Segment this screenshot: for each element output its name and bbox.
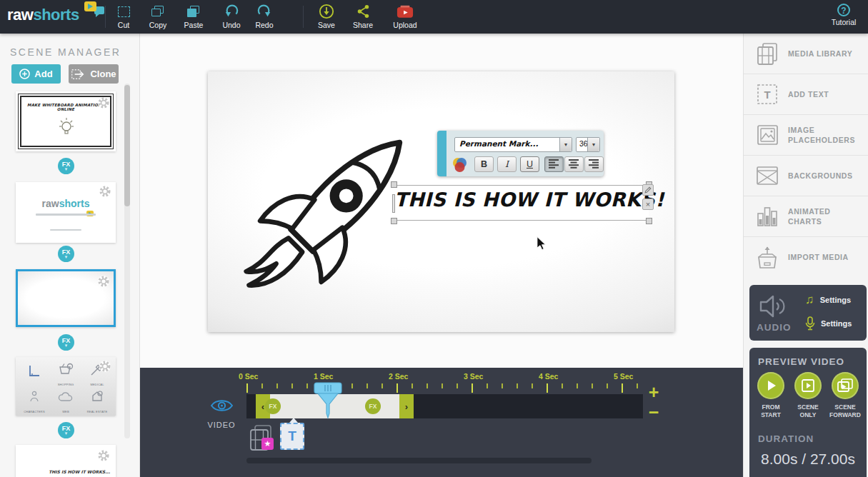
canvas-text-element[interactable]: This is how it works! × bbox=[394, 185, 649, 221]
text-asset-icon-selected[interactable]: T bbox=[280, 423, 304, 450]
scene4-characters-label: CHARACTERS bbox=[19, 410, 50, 413]
backgrounds-label: BACKGROUNDS bbox=[788, 171, 857, 181]
canvas-workspace: Permanent Mark... ▾ 36 ▾ B I U bbox=[140, 34, 743, 368]
video-track-label: VIDEO bbox=[203, 421, 240, 429]
font-family-select[interactable]: Permanent Mark... ▾ bbox=[454, 137, 572, 152]
scene-settings-gear-icon[interactable] bbox=[97, 96, 110, 109]
scene-settings-gear-icon[interactable] bbox=[99, 185, 111, 198]
scene-manager-panel: SCENE MANAGER Add Clone MAKE WHITEBOARD … bbox=[0, 34, 140, 477]
media-library-icon bbox=[755, 41, 779, 66]
play-from-start-button[interactable] bbox=[757, 372, 784, 399]
resize-handle-bottom-left[interactable] bbox=[391, 218, 397, 224]
timeline-zoom-in-button[interactable]: + bbox=[644, 383, 663, 402]
ruler-major-ticks bbox=[246, 383, 648, 393]
play-scene-only-button[interactable] bbox=[794, 372, 822, 399]
scene2-fx-badge[interactable]: FX▼ bbox=[58, 246, 74, 262]
track-fx-in-badge[interactable]: FX bbox=[265, 398, 281, 414]
import-media-icon bbox=[755, 246, 779, 270]
align-center-icon bbox=[569, 159, 579, 169]
clone-scene-button[interactable]: Clone bbox=[69, 64, 119, 84]
caret-down-icon: ▼ bbox=[58, 344, 74, 348]
align-left-button[interactable] bbox=[544, 156, 564, 172]
share-icon bbox=[345, 4, 381, 19]
track-fx-out-badge[interactable]: FX bbox=[365, 398, 381, 414]
scene-thumbnail-1[interactable]: MAKE WHITEBOARD ANIMATIONS ONLINE bbox=[16, 91, 116, 151]
align-center-button[interactable] bbox=[564, 156, 584, 172]
edit-text-button[interactable] bbox=[642, 184, 654, 196]
align-right-button[interactable] bbox=[584, 156, 604, 172]
resize-handle-bottom-right[interactable] bbox=[646, 218, 652, 224]
upload-button[interactable]: Upload bbox=[387, 4, 423, 29]
backgrounds-icon bbox=[755, 165, 779, 186]
copy-label: Copy bbox=[140, 21, 176, 29]
image-placeholders-button[interactable]: IMAGE PLACEHOLDERS bbox=[744, 115, 868, 156]
play-forward-icon bbox=[837, 378, 853, 393]
add-scene-button[interactable]: Add bbox=[11, 64, 61, 84]
font-size-value: 36 bbox=[577, 138, 587, 151]
save-icon bbox=[309, 4, 344, 19]
left-side-grip[interactable] bbox=[392, 194, 395, 213]
app-logo[interactable]: rawshorts bbox=[7, 6, 79, 24]
scene-thumbnail-5[interactable]: THIS IS HOW IT WORKS... bbox=[16, 445, 116, 477]
star-icon: ★ bbox=[264, 439, 271, 448]
save-button[interactable]: Save bbox=[309, 4, 344, 29]
align-left-icon bbox=[549, 159, 559, 169]
play-scene-forward-button[interactable] bbox=[832, 372, 859, 399]
scene-manager-title: SCENE MANAGER bbox=[10, 46, 121, 58]
canvas-text-content[interactable]: This is how it works! bbox=[394, 189, 649, 211]
delete-text-button[interactable]: × bbox=[642, 199, 654, 210]
tick-label-1s: 1 Sec bbox=[314, 372, 333, 381]
scene-track[interactable]: ‹ › FX FX bbox=[246, 394, 643, 418]
plus-circle-icon bbox=[19, 69, 30, 79]
media-library-button[interactable]: MEDIA LIBRARY bbox=[744, 34, 868, 74]
scene4-fx-badge[interactable]: FX▼ bbox=[58, 422, 74, 438]
dropdown-arrow-icon[interactable]: ▾ bbox=[587, 138, 599, 151]
undo-button[interactable]: Undo bbox=[214, 4, 249, 29]
scene-settings-gear-icon[interactable] bbox=[97, 275, 110, 288]
character-icon bbox=[29, 391, 39, 403]
redo-button[interactable]: Redo bbox=[246, 4, 282, 29]
timeline-horizontal-scrollbar[interactable] bbox=[246, 458, 592, 463]
playhead[interactable] bbox=[314, 382, 342, 419]
text-color-picker-icon[interactable] bbox=[452, 157, 468, 173]
add-text-label: ADD TEXT bbox=[788, 89, 857, 99]
scene-thumbnail-3-selected[interactable] bbox=[16, 269, 116, 327]
share-button[interactable]: Share bbox=[345, 4, 381, 29]
backgrounds-button[interactable]: BACKGROUNDS bbox=[744, 156, 868, 196]
scene-thumbnail-2[interactable]: rawshorts bbox=[16, 182, 116, 243]
cut-button[interactable]: Cut bbox=[106, 4, 141, 29]
voice-settings-button[interactable]: Settings bbox=[805, 316, 852, 331]
add-text-button[interactable]: T ADD TEXT bbox=[744, 74, 868, 115]
scene-settings-gear-icon[interactable] bbox=[97, 449, 110, 462]
bold-button[interactable]: B bbox=[474, 156, 494, 172]
import-media-label: IMPORT MEDIA bbox=[788, 252, 857, 262]
scene1-fx-badge[interactable]: FX▼ bbox=[58, 158, 74, 174]
copy-button[interactable]: Copy bbox=[140, 4, 176, 29]
tutorial-button[interactable]: ? Tutorial bbox=[825, 4, 862, 26]
from-start-label: FROM START bbox=[752, 403, 789, 420]
scene3-fx-badge[interactable]: FX▼ bbox=[58, 334, 74, 351]
timeline-panel: 0 Sec 1 Sec 2 Sec 3 Sec 4 Sec 5 Sec ‹ › … bbox=[140, 368, 743, 477]
animated-charts-button[interactable]: ANIMATED CHARTS bbox=[744, 196, 868, 237]
import-media-button[interactable]: IMPORT MEDIA bbox=[744, 237, 868, 278]
music-settings-button[interactable]: ♫ Settings bbox=[805, 293, 851, 307]
visibility-eye-icon[interactable] bbox=[210, 398, 234, 413]
asset-notch bbox=[289, 418, 298, 423]
tick-label-3s: 3 Sec bbox=[464, 372, 483, 381]
italic-button[interactable]: I bbox=[497, 156, 517, 172]
scene-thumbnail-4[interactable]: SHOPPING MEDICAL CHARACTERS WEB REAL EST… bbox=[16, 357, 116, 416]
font-size-select[interactable]: 36 ▾ bbox=[576, 137, 600, 152]
underline-button[interactable]: U bbox=[520, 156, 539, 172]
resize-handle-top-left[interactable] bbox=[391, 181, 397, 188]
paste-button[interactable]: Paste bbox=[176, 4, 211, 29]
sidebar-scrollbar-thumb[interactable] bbox=[124, 85, 130, 206]
dropdown-arrow-icon[interactable]: ▾ bbox=[559, 138, 572, 151]
tick-label-0s: 0 Sec bbox=[239, 372, 258, 381]
top-toolbar: rawshorts Cut Copy Paste Undo Red bbox=[0, 0, 868, 34]
segment-right-handle[interactable]: › bbox=[399, 394, 414, 418]
timeline-zoom-out-button[interactable]: − bbox=[644, 403, 663, 422]
scene-settings-gear-icon[interactable] bbox=[99, 360, 111, 373]
play-icon bbox=[764, 379, 777, 392]
image-placeholders-label: IMAGE PLACEHOLDERS bbox=[788, 125, 857, 145]
voice-settings-label: Settings bbox=[821, 319, 852, 328]
